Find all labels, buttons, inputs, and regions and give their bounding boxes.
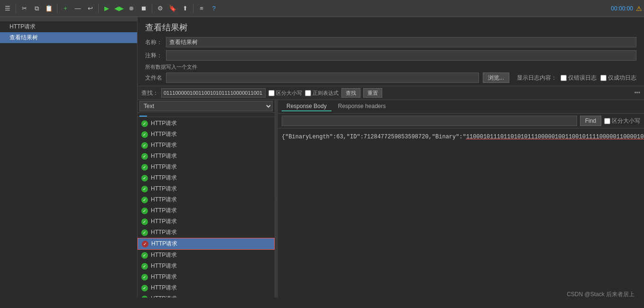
toolbar-stop-btn[interactable]: ⏹ [138,3,149,14]
regex-check[interactable]: 正则表达式 [305,90,339,97]
status-icon: ✓ [141,142,148,149]
status-icon: ✓ [141,285,148,291]
toolbar-remove-btn[interactable]: — [72,3,83,14]
regex-checkbox[interactable] [305,90,311,96]
search-more-menu[interactable]: ••• [634,90,640,96]
status-icon: ✓ [141,208,148,214]
name-input[interactable] [166,37,636,47]
toolbar-help-btn[interactable]: ? [208,3,220,14]
main-layout: HTTP请求 查看结果树 查看结果树 名称： 注释： 所有数据写入一个文件 文件… [0,17,644,298]
toolbar-undo-btn[interactable]: ↩ [84,3,96,14]
case-sensitive-check[interactable]: 区分大小写 [268,90,302,97]
file-name-input[interactable] [166,72,479,83]
tab-response-data[interactable] [155,113,162,116]
sidebar-item-result-tree[interactable]: 查看结果树 [0,32,137,43]
tree-item[interactable]: ✓HTTP请求 [138,216,275,227]
browse-button[interactable]: 浏览... [483,72,509,83]
tree-item[interactable]: ✓HTTP请求 [138,250,275,261]
json-response-text: {"BinaryLength":63,"ID":7128477259853598… [282,134,644,140]
status-icon: ✓ [141,186,148,192]
content-area: 查看结果树 名称： 注释： 所有数据写入一个文件 文件名 浏览... 显示日志内… [138,17,644,298]
success-log-checkbox[interactable] [600,75,607,81]
status-icon: ✓ [141,131,148,138]
error-log-check[interactable]: 仅错误日志 [561,74,597,82]
tab-request[interactable] [147,113,155,116]
resp-body-tab[interactable]: Response Body [282,102,331,111]
sidebar-item-http[interactable]: HTTP请求 [0,21,137,32]
resp-headers-tab[interactable]: Response headers [333,102,391,111]
tree-item-label: HTTP请求 [151,185,177,193]
tree-item[interactable]: ✓HTTP请求 [138,194,275,205]
status-icon: ✓ [141,296,148,298]
reset-button[interactable]: 重置 [363,88,382,98]
name-row: 名称： [145,37,636,47]
toolbar-sep-5 [193,4,193,13]
bottom-split: Text ✓HTTP请求✓HTTP请求✓HTTP请求✓HTTP请求✓HTTP请求… [138,100,644,298]
tree-item-label: HTTP请求 [151,174,177,182]
tree-item[interactable]: ✓HTTP请求 [138,183,275,194]
comment-input[interactable] [166,50,636,61]
sidebar-header [0,17,137,21]
toolbar-menu-btn[interactable]: ☰ [2,3,13,14]
case-sensitive-checkbox[interactable] [268,90,275,96]
toolbar-cut-btn[interactable]: ✂ [18,3,30,14]
tree-item[interactable]: ✓HTTP请求 [138,227,275,238]
tree-item[interactable]: ✓HTTP请求 [138,129,275,140]
toolbar-record-btn[interactable]: ⏺ [126,3,137,14]
tree-item-label: HTTP请求 [151,196,177,204]
tree-item-label: HTTP请求 [151,228,177,236]
tree-item-label: HTTP请求 [151,163,177,171]
toolbar-list-btn[interactable]: ≡ [196,3,207,14]
response-search: Find 区分大小写 [278,114,644,128]
tree-list: ✓HTTP请求✓HTTP请求✓HTTP请求✓HTTP请求✓HTTP请求✓HTTP… [138,117,275,298]
success-log-check[interactable]: 仅成功日志 [600,74,636,82]
toolbar-play-no-pause-btn[interactable]: ◀▶ [113,3,125,14]
error-log-checkbox[interactable] [561,75,567,81]
result-tabs-row [138,113,275,117]
tree-item-label: HTTP请求 [151,284,177,292]
resp-find-button[interactable]: Find [580,116,601,126]
status-icon: ✓ [141,263,148,270]
tree-item[interactable]: ✓HTTP请求 [138,282,275,293]
result-panel: Response Body Response headers Find 区分大小… [278,100,644,298]
time-display: 00:00:00 [611,5,633,12]
tree-item[interactable]: ✓HTTP请求 [138,238,275,250]
tree-toolbar: Text [138,100,275,113]
file-name-row: 文件名 浏览... 显示日志内容： 仅错误日志 仅成功日志 [145,72,636,83]
log-options-label: 显示日志内容： [517,74,557,82]
toolbar-copy-btn[interactable]: ⧉ [31,3,42,14]
status-icon: ✓ [141,120,148,127]
tree-item[interactable]: ✓HTTP请求 [138,151,275,162]
tree-item[interactable]: ✓HTTP请求 [138,162,275,172]
toolbar-sep-4 [152,4,152,13]
search-input[interactable] [161,88,266,98]
tree-item[interactable]: ✓HTTP请求 [138,293,275,298]
tree-item[interactable]: ✓HTTP请求 [138,261,275,272]
binary-value: 1100010111011010101110000010011001011110… [466,134,644,140]
tree-item-label: HTTP请求 [151,217,177,226]
tree-item-label: HTTP请求 [151,141,177,149]
resp-case-check[interactable]: 区分大小写 [604,117,640,125]
tree-type-select[interactable]: Text [139,101,273,111]
tree-item-label: HTTP请求 [151,119,177,127]
toolbar-paste-btn[interactable]: 📋 [43,3,55,14]
resp-case-checkbox[interactable] [604,118,610,124]
tree-item[interactable]: ✓HTTP请求 [138,118,275,129]
find-button[interactable]: 查找 [341,88,360,98]
toolbar-sep-3 [98,4,99,13]
tree-item[interactable]: ✓HTTP请求 [138,172,275,183]
tree-item-label: HTTP请求 [151,130,177,138]
page-title: 查看结果树 [145,22,636,33]
toolbar-bookmark-btn[interactable]: 🔖 [167,3,178,14]
tree-item[interactable]: ✓HTTP请求 [138,140,275,151]
toolbar-play-btn[interactable]: ▶ [101,3,112,14]
tree-item[interactable]: ✓HTTP请求 [138,272,275,282]
toolbar-time: 00:00:00 ⚠ [611,5,642,12]
toolbar-add-btn[interactable]: + [60,3,71,14]
tab-sampler-result[interactable] [139,113,147,117]
resp-search-input[interactable] [282,116,577,126]
sidebar: HTTP请求 查看结果树 [0,17,138,298]
toolbar-settings-btn[interactable]: ⚙ [155,3,166,14]
toolbar-upload-btn[interactable]: ⬆ [179,3,191,14]
tree-item[interactable]: ✓HTTP请求 [138,205,275,216]
